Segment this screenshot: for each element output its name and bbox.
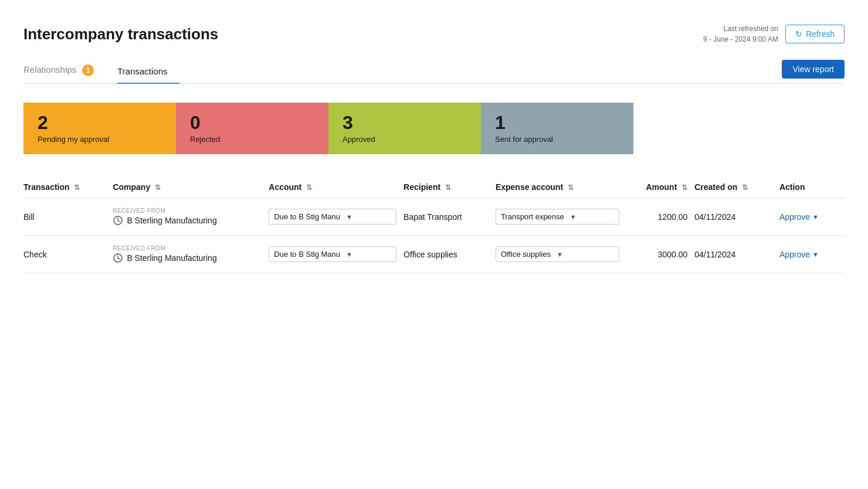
header-right: Last refreshed on 9 - June - 2024 9:00 A… — [703, 23, 845, 45]
col-expense-account[interactable]: Expense account ⇅ — [496, 178, 626, 198]
row2-account-value: Due to B Stlg Manu — [274, 250, 340, 259]
row2-approve-button[interactable]: Approve ▼ — [779, 250, 819, 259]
expense-dropdown-arrow-icon: ▼ — [557, 251, 563, 258]
col-account-label: Account — [269, 182, 301, 192]
tab-relationships[interactable]: Relationships 1 — [23, 59, 106, 83]
row2-approve-label: Approve — [779, 250, 810, 259]
row1-amount: 1200.00 — [626, 198, 694, 236]
table-header-row: Transaction ⇅ Company ⇅ Account ⇅ Recipi… — [23, 178, 845, 198]
sort-icon-account: ⇅ — [306, 184, 312, 192]
col-amount-label: Amount — [646, 182, 677, 192]
row1-account[interactable]: Due to B Stlg Manu ▼ — [269, 198, 404, 236]
row2-received-from-label: RECEIVED FROM — [113, 245, 262, 252]
row2-expense-account[interactable]: Office supplies ▼ — [496, 236, 626, 273]
col-created-on[interactable]: Created on ⇅ — [694, 178, 779, 198]
col-expense-account-label: Expense account — [496, 182, 563, 192]
row1-approve-label: Approve — [779, 212, 810, 222]
status-card-approved[interactable]: 3 Approved — [328, 103, 481, 154]
sort-icon-company: ⇅ — [155, 184, 161, 192]
sent-label: Sent for approval — [495, 135, 553, 144]
tab-relationships-label: Relationships — [23, 64, 76, 74]
status-card-rejected[interactable]: 0 Rejected — [176, 103, 328, 154]
sort-icon-amount: ⇅ — [681, 184, 687, 192]
row1-created-on: 04/11/2024 — [694, 198, 779, 236]
col-transaction-label: Transaction — [23, 182, 70, 192]
tab-transactions[interactable]: Transactions — [117, 60, 179, 83]
status-cards: 2 Pending my approval 0 Rejected 3 Appro… — [23, 103, 845, 154]
rejected-count: 0 — [190, 113, 314, 132]
approved-label: Approved — [343, 135, 375, 144]
col-company[interactable]: Company ⇅ — [113, 178, 269, 198]
row1-company-name: B Sterling Manufacturing — [127, 216, 216, 225]
col-action: Action — [779, 178, 845, 198]
row2-expense-value: Office supplies — [501, 250, 551, 259]
company-icon — [113, 215, 123, 226]
pending-count: 2 — [38, 113, 162, 132]
row2-amount: 3000.00 — [626, 236, 694, 273]
row1-approve-button[interactable]: Approve ▼ — [779, 212, 819, 222]
sort-icon-created-on: ⇅ — [742, 184, 748, 192]
col-recipient[interactable]: Recipient ⇅ — [404, 178, 496, 198]
row1-recipient: Bapat Transport — [404, 198, 496, 236]
row2-expense-select[interactable]: Office supplies ▼ — [496, 246, 619, 262]
last-refreshed-time: 9 - June - 2024 9:00 AM — [703, 35, 778, 43]
sort-icon-transaction: ⇅ — [74, 184, 80, 192]
row1-account-select[interactable]: Due to B Stlg Manu ▼ — [269, 209, 396, 225]
refresh-label: Refresh — [806, 29, 835, 39]
view-report-button[interactable]: View report — [782, 60, 845, 79]
row2-transaction: Check — [23, 236, 113, 273]
expense-dropdown-arrow-icon: ▼ — [570, 213, 577, 220]
row1-company-name-row: B Sterling Manufacturing — [113, 215, 262, 226]
col-recipient-label: Recipient — [404, 182, 440, 192]
col-company-label: Company — [113, 182, 150, 192]
row1-expense-value: Transport expense — [501, 212, 564, 221]
pending-label: Pending my approval — [38, 135, 109, 144]
row1-account-value: Due to B Stlg Manu — [274, 212, 340, 221]
row2-company: RECEIVED FROM B Sterling Manufacturing — [113, 236, 269, 273]
row1-expense-account[interactable]: Transport expense ▼ — [496, 198, 626, 236]
approved-count: 3 — [343, 113, 467, 132]
row1-expense-select[interactable]: Transport expense ▼ — [496, 209, 619, 225]
refresh-button[interactable]: ↻ Refresh — [785, 25, 845, 43]
dropdown-arrow-icon: ▼ — [346, 251, 352, 258]
approve-dropdown-arrow-icon: ▼ — [812, 251, 819, 258]
row2-account-select[interactable]: Due to B Stlg Manu ▼ — [269, 246, 396, 262]
transactions-table: Transaction ⇅ Company ⇅ Account ⇅ Recipi… — [23, 178, 845, 273]
sent-count: 1 — [495, 113, 619, 132]
row1-action[interactable]: Approve ▼ — [779, 198, 845, 236]
tab-relationships-badge: 1 — [82, 64, 94, 76]
company-icon — [113, 253, 123, 263]
row2-company-name: B Sterling Manufacturing — [127, 253, 216, 263]
row2-action[interactable]: Approve ▼ — [779, 236, 845, 273]
table-row: Bill RECEIVED FROM B Sterling Manufactur… — [23, 198, 845, 236]
row1-received-from-label: RECEIVED FROM — [113, 208, 262, 214]
sort-icon-expense-account: ⇅ — [568, 184, 574, 192]
refresh-icon: ↻ — [795, 29, 802, 39]
row1-transaction: Bill — [23, 198, 113, 236]
approve-dropdown-arrow-icon: ▼ — [812, 213, 819, 220]
page-title: Intercompany transactions — [23, 25, 218, 43]
row2-recipient: Office supplies — [404, 236, 496, 273]
header-row: Intercompany transactions Last refreshed… — [23, 23, 845, 45]
dropdown-arrow-icon: ▼ — [346, 213, 352, 220]
last-refreshed-label: Last refreshed on — [724, 25, 778, 33]
tabs-row: Relationships 1 Transactions View report — [23, 59, 845, 84]
col-created-on-label: Created on — [694, 182, 737, 192]
status-card-sent[interactable]: 1 Sent for approval — [481, 103, 633, 154]
row1-company: RECEIVED FROM B Sterling Manufacturing — [113, 198, 269, 236]
status-card-pending[interactable]: 2 Pending my approval — [23, 103, 176, 154]
col-action-label: Action — [779, 182, 805, 192]
tab-transactions-label: Transactions — [117, 66, 167, 76]
col-account[interactable]: Account ⇅ — [269, 178, 404, 198]
sort-icon-recipient: ⇅ — [445, 184, 451, 192]
col-amount[interactable]: Amount ⇅ — [626, 178, 694, 198]
row2-company-name-row: B Sterling Manufacturing — [113, 253, 262, 263]
row2-created-on: 04/11/2024 — [694, 236, 779, 273]
rejected-label: Rejected — [190, 135, 220, 144]
last-refreshed-info: Last refreshed on 9 - June - 2024 9:00 A… — [703, 23, 778, 45]
row2-account[interactable]: Due to B Stlg Manu ▼ — [269, 236, 404, 273]
col-transaction[interactable]: Transaction ⇅ — [23, 178, 113, 198]
table-row: Check RECEIVED FROM B Sterling Manufactu… — [23, 236, 845, 273]
